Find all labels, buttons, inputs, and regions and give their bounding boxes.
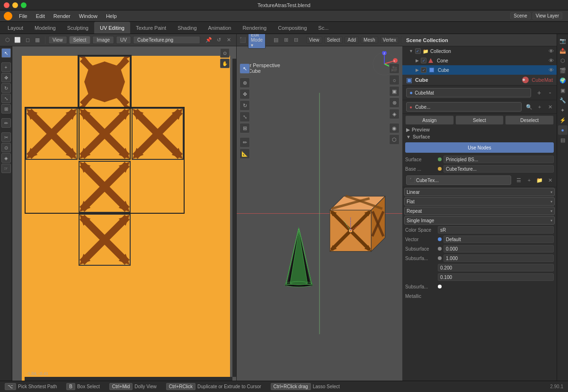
- tab-rendering[interactable]: Rendering: [237, 22, 272, 34]
- subsurface-3-value[interactable]: 0.100: [438, 273, 554, 281]
- tab-animation[interactable]: Animation: [203, 22, 237, 34]
- mat-browse-icon[interactable]: 🔍: [524, 102, 534, 112]
- subsurface-1-value[interactable]: 1.000: [444, 254, 554, 262]
- uv-select-btn[interactable]: Select: [69, 36, 91, 44]
- material-add-icon[interactable]: +: [534, 88, 544, 97]
- surface-section-header[interactable]: ▼ Surface: [402, 133, 557, 140]
- cone-eye[interactable]: 👁: [549, 58, 554, 63]
- collection-visible[interactable]: [415, 48, 421, 54]
- prop-particles-icon[interactable]: ✦: [558, 105, 568, 115]
- vp-tool-object[interactable]: ▣: [389, 86, 399, 96]
- vp-tool-light[interactable]: ☼: [389, 75, 399, 85]
- vp-view-btn[interactable]: View: [306, 36, 322, 44]
- uv-tool-annotate[interactable]: ✏: [1, 118, 11, 128]
- vp-mode-dropdown[interactable]: Edit Mode ▾: [248, 34, 266, 49]
- material-remove-icon[interactable]: -: [545, 88, 555, 97]
- vp-editor-icon[interactable]: ⬛: [240, 35, 246, 45]
- 3d-viewport[interactable]: ⬛ Edit Mode ▾ ▤ ⊞ ⊟ View Select Add Mesh…: [237, 34, 402, 381]
- vp-layout-3[interactable]: ⊟: [291, 35, 301, 45]
- single-image-dropdown[interactable]: Single Image ▾: [404, 216, 555, 225]
- menu-render[interactable]: Render: [50, 12, 74, 20]
- uv-select-mode-3[interactable]: ▦: [33, 35, 42, 45]
- close-button[interactable]: [4, 2, 9, 8]
- uv-tool-grab[interactable]: ☞: [1, 164, 11, 173]
- uv-pan-btn[interactable]: ✋: [220, 59, 230, 68]
- mat-new-icon[interactable]: +: [535, 102, 544, 112]
- viewlayer-selector[interactable]: View Layer: [532, 12, 562, 19]
- vp-tool-object2[interactable]: ⬡: [389, 134, 399, 145]
- prop-physics-icon[interactable]: ⚡: [558, 115, 568, 125]
- vp-select-btn[interactable]: Select: [324, 36, 343, 44]
- uv-scrollbar-right[interactable]: [232, 59, 236, 377]
- deselect-material-button[interactable]: Deselect: [505, 115, 554, 125]
- tab-sc[interactable]: Sc...: [312, 22, 334, 34]
- subsurface-2-value[interactable]: 0.200: [438, 264, 554, 271]
- prop-output-icon[interactable]: 📤: [558, 46, 568, 55]
- menu-window[interactable]: Window: [75, 12, 101, 20]
- mat-delete-icon[interactable]: ✕: [545, 102, 555, 112]
- uv-tool-relax[interactable]: ⊙: [1, 143, 11, 152]
- vp-tool-material[interactable]: ◈: [389, 109, 399, 119]
- menu-file[interactable]: File: [15, 12, 31, 20]
- prop-object-icon[interactable]: ▣: [558, 86, 568, 95]
- uv-select-mode[interactable]: ⬜: [13, 35, 22, 45]
- window-controls[interactable]: [4, 2, 27, 8]
- vp-tool-annotate[interactable]: ✏: [240, 137, 250, 148]
- use-nodes-button[interactable]: Use Nodes: [405, 142, 554, 153]
- outliner-collection[interactable]: ▼ 📁 Collection 👁: [402, 46, 557, 56]
- uv-select-mode-2[interactable]: ◻: [23, 35, 32, 45]
- uv-uv-btn[interactable]: UV: [116, 36, 131, 44]
- linear-dropdown[interactable]: Linear ▾: [404, 188, 555, 196]
- vp-tool-camera[interactable]: 🎥: [389, 63, 399, 74]
- material-node-selector[interactable]: ● CubeMat: [406, 88, 531, 97]
- flat-dropdown[interactable]: Flat ▾: [404, 197, 555, 206]
- preview-section-header[interactable]: ▶ Preview: [402, 126, 557, 133]
- uv-tool-move[interactable]: ✥: [1, 73, 11, 82]
- vp-edge-btn[interactable]: Edge: [401, 36, 402, 44]
- maximize-button[interactable]: [21, 2, 27, 8]
- uv-tool-transform[interactable]: ⊞: [1, 104, 11, 113]
- texture-node[interactable]: ⬛ CubeTex...: [406, 175, 511, 185]
- minimize-button[interactable]: [12, 2, 18, 8]
- texture-show-icon[interactable]: ☰: [514, 175, 524, 185]
- uv-tool-pin[interactable]: ◈: [1, 153, 11, 163]
- uv-view-btn[interactable]: View: [48, 36, 67, 44]
- vp-tool-world[interactable]: ◉: [389, 123, 399, 133]
- prop-scene-icon[interactable]: 🎬: [558, 66, 568, 75]
- uv-zoom-btn[interactable]: ⊙: [220, 48, 230, 58]
- scene-selector[interactable]: Scene: [510, 12, 530, 19]
- vp-add-btn[interactable]: Add: [345, 36, 359, 44]
- uv-canvas[interactable]: ⊙ ✋ -1.04, -0.41: [12, 46, 236, 381]
- uv-pin-icon[interactable]: 📌: [204, 35, 213, 45]
- prop-material-icon[interactable]: ●: [558, 125, 568, 135]
- uv-scrollbar-bottom[interactable]: [25, 377, 232, 381]
- uv-close-image-icon[interactable]: ✕: [224, 35, 233, 45]
- texture-new-icon[interactable]: +: [524, 175, 534, 185]
- uv-tool-scale[interactable]: ⤡: [1, 94, 11, 103]
- tab-modeling[interactable]: Modeling: [29, 22, 62, 34]
- uv-tool-rotate[interactable]: ↻: [1, 83, 11, 93]
- vp-tool-scale[interactable]: ⤡: [240, 112, 250, 122]
- tab-sculpting[interactable]: Sculpting: [62, 22, 94, 34]
- outliner-cube[interactable]: ▶ Cube 👁: [402, 65, 557, 75]
- vp-tool-measure[interactable]: 📐: [240, 148, 250, 159]
- tab-shading[interactable]: Shading: [172, 22, 202, 34]
- prop-world-icon[interactable]: 🌍: [558, 76, 568, 85]
- uv-texture-name[interactable]: CubeTexture.png: [133, 36, 200, 44]
- collection-eye[interactable]: 👁: [549, 48, 554, 54]
- vp-tool-rotate[interactable]: ↻: [240, 100, 250, 111]
- vp-vertex-btn[interactable]: Vertex: [380, 36, 399, 44]
- color-space-value[interactable]: sR: [438, 226, 554, 234]
- principled-value[interactable]: Principled BS...: [444, 156, 554, 163]
- uv-image-btn[interactable]: Image: [92, 36, 114, 44]
- uv-tool-rip[interactable]: ✂: [1, 132, 11, 142]
- tab-layout[interactable]: Layout: [2, 22, 29, 34]
- repeat-dropdown[interactable]: Repeat ▾: [404, 207, 555, 215]
- subsurface-value[interactable]: 0.000: [444, 245, 554, 253]
- vp-layout-1[interactable]: ▤: [271, 35, 281, 45]
- vp-layout-2[interactable]: ⊞: [281, 35, 291, 45]
- vp-mesh-btn[interactable]: Mesh: [361, 36, 378, 44]
- 3d-scene[interactable]: User Perspective (1) Cube ↖ ⊕ ✥ ↻ ⤡ ⊞ ✏ …: [237, 46, 402, 381]
- texture-delete-icon[interactable]: ✕: [545, 175, 555, 185]
- cube-visible[interactable]: [421, 67, 426, 73]
